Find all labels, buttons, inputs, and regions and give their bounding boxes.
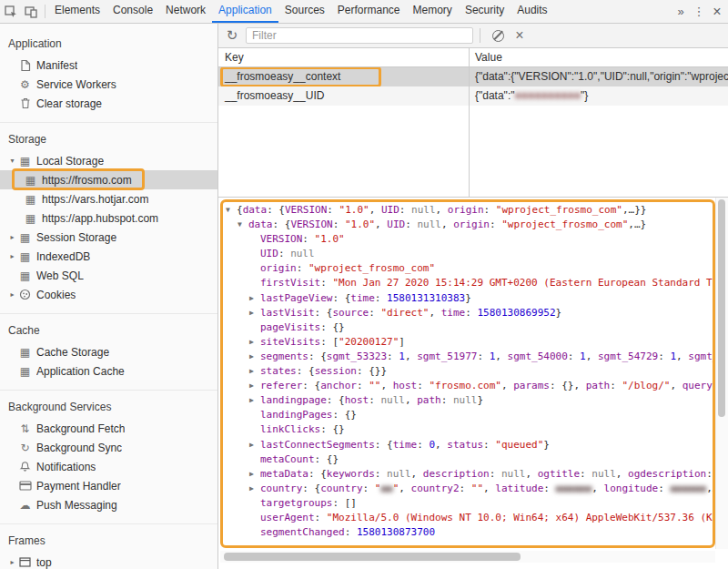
value-text: {"data":"	[475, 89, 514, 102]
close-devtools-icon[interactable]: ×	[708, 4, 726, 20]
json-token: :	[363, 483, 375, 494]
sidebar-item-push-messaging[interactable]: ☁ Push Messaging	[0, 495, 217, 514]
expander-collapsed-icon[interactable]: ▸	[7, 290, 17, 299]
json-token: :	[580, 468, 592, 480]
json-token: null	[501, 468, 526, 480]
expander-collapsed-icon[interactable]: ▶	[249, 350, 260, 364]
json-token: :	[369, 394, 380, 406]
json-token: userAgent	[260, 512, 315, 523]
expander-collapsed-icon[interactable]: ▸	[7, 233, 17, 241]
tab-audits[interactable]: Audits	[511, 0, 553, 23]
sidebar-item-origin-hotjar[interactable]: ▦ https://vars.hotjar.com	[0, 189, 217, 208]
json-token: :	[610, 380, 622, 391]
json-token: :	[357, 380, 369, 391]
expander-collapsed-icon[interactable]: ▶	[249, 379, 260, 393]
json-token: ,	[670, 380, 682, 391]
background-fetch-icon: ⇅	[17, 422, 33, 435]
table-row[interactable]: __frosmoeasy__context {"data":{"VERSION"…	[218, 67, 728, 86]
json-token: :	[484, 204, 496, 216]
json-line: ▼{data: {VERSION: "1.0", UID: null, orig…	[218, 203, 728, 218]
tab-network[interactable]: Network	[159, 0, 212, 23]
sidebar-item-background-fetch[interactable]: ⇅ Background Fetch	[0, 419, 217, 438]
expander-collapsed-icon[interactable]: ▶	[249, 467, 260, 482]
expander-expanded-icon[interactable]: ▾	[7, 157, 17, 165]
json-token: }	[477, 394, 483, 406]
sidebar-item-origin-hubspot[interactable]: ▦ https://app.hubspot.com	[0, 208, 217, 228]
delete-selected-icon[interactable]: ×	[509, 25, 531, 46]
expander-collapsed-icon[interactable]: ▶	[249, 438, 260, 452]
column-header-key: Key	[218, 48, 469, 66]
tab-memory[interactable]: Memory	[407, 0, 459, 23]
json-token: 1580131310383	[387, 292, 465, 304]
tab-security[interactable]: Security	[459, 0, 511, 23]
sidebar-item-background-sync[interactable]: ↻ Background Sync	[0, 438, 217, 457]
expander-expanded-icon[interactable]: ▼	[226, 203, 237, 218]
json-token: :	[441, 394, 453, 406]
sidebar-item-label: Background Sync	[36, 442, 122, 454]
json-token: : {	[375, 439, 393, 451]
inspect-element-icon[interactable]	[1, 2, 21, 22]
table-row[interactable]: __frosmoeasy__UID {"data":"■■■■■■■■■■"}	[218, 86, 728, 106]
sidebar-item-cache-storage[interactable]: ▦ Cache Storage	[0, 342, 217, 361]
sidebar-item-frame-top[interactable]: ▸ top	[0, 553, 217, 569]
sidebar-item-cookies[interactable]: ▸ Cookies	[0, 285, 217, 304]
json-token: : {	[297, 365, 315, 377]
json-token: anchor	[320, 380, 357, 391]
json-token: ""	[471, 483, 483, 494]
sidebar-item-clear-storage[interactable]: Clear storage	[0, 94, 217, 113]
expander-collapsed-icon[interactable]: ▶	[249, 306, 260, 320]
json-token: :	[297, 262, 308, 274]
devtools-menu-icon[interactable]: ⋮	[690, 5, 708, 18]
json-line: segmentChanged: 1580130873700	[218, 525, 728, 540]
json-token: :	[375, 292, 387, 304]
sidebar-item-origin-frosmo[interactable]: ▦ https://frosmo.com	[0, 170, 217, 189]
json-line: metaCount: {}	[218, 452, 728, 467]
vertical-scrollbar-thumb[interactable]	[718, 199, 725, 417]
json-token: :	[460, 483, 471, 494]
clear-all-icon[interactable]	[487, 25, 509, 46]
sidebar-item-notifications[interactable]: Notifications	[0, 457, 217, 476]
local-storage-panel: ↻ × Key Value __frosmoeasy__context {"da…	[218, 24, 728, 569]
json-line: targetgroups: []	[218, 496, 728, 511]
sidebar-item-manifest[interactable]: Manifest	[0, 56, 217, 75]
filter-input[interactable]	[246, 27, 473, 44]
json-token: ,	[525, 468, 537, 480]
sidebar-item-session-storage[interactable]: ▸ ▦ Session Storage	[0, 228, 217, 247]
expander-collapsed-icon[interactable]: ▸	[7, 558, 17, 566]
json-token: :	[327, 204, 339, 216]
json-token: :	[417, 439, 429, 451]
json-token: :	[345, 526, 357, 538]
sidebar-item-web-sql[interactable]: ▦ Web SQL	[0, 266, 217, 285]
tab-sources[interactable]: Sources	[278, 0, 331, 23]
expander-collapsed-icon[interactable]: ▶	[249, 364, 260, 379]
json-token: path	[586, 380, 611, 391]
tab-application[interactable]: Application	[212, 0, 278, 23]
json-token: ,…}}	[622, 204, 647, 216]
tab-console[interactable]: Console	[106, 0, 159, 23]
json-token: time	[441, 307, 466, 319]
more-tabs-icon[interactable]: »	[672, 5, 690, 18]
tab-elements[interactable]: Elements	[48, 0, 106, 23]
sidebar-item-local-storage[interactable]: ▾ ▦ Local Storage	[0, 151, 217, 170]
sidebar-item-payment-handler[interactable]: Payment Handler	[0, 476, 217, 495]
expander-collapsed-icon[interactable]: ▶	[249, 482, 260, 496]
sidebar-item-service-workers[interactable]: ⚙ Service Workers	[0, 75, 217, 94]
expander-collapsed-icon[interactable]: ▶	[249, 291, 260, 306]
json-token: status	[447, 439, 483, 451]
column-divider[interactable]	[469, 48, 470, 197]
expander-collapsed-icon[interactable]: ▶	[249, 393, 260, 408]
expander-collapsed-icon[interactable]: ▶	[249, 335, 260, 350]
json-token: }	[465, 292, 471, 304]
sidebar-item-application-cache[interactable]: ▦ Application Cache	[0, 361, 217, 381]
json-token: : {}	[315, 453, 339, 465]
device-toolbar-icon[interactable]	[21, 2, 41, 22]
json-token: : {}	[320, 423, 345, 435]
horizontal-scrollbar-thumb[interactable]	[224, 553, 521, 561]
refresh-icon[interactable]: ↻	[221, 25, 243, 46]
json-token: keywords	[327, 468, 375, 480]
tab-performance[interactable]: Performance	[331, 0, 407, 23]
expander-collapsed-icon[interactable]: ▸	[7, 252, 17, 260]
sidebar-item-indexeddb[interactable]: ▸ ▦ IndexedDB	[0, 247, 217, 266]
sidebar-item-label: Payment Handler	[36, 480, 121, 493]
expander-expanded-icon[interactable]: ▼	[238, 218, 248, 232]
